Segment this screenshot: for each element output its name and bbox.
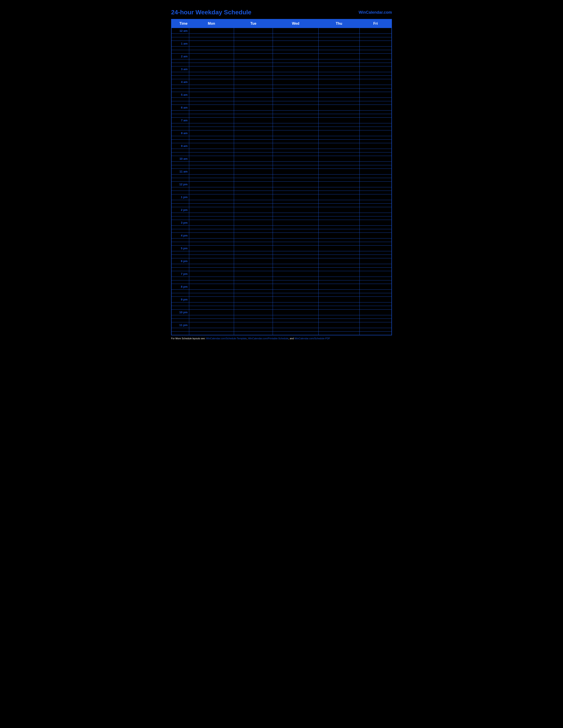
schedule-cell[interactable] (319, 76, 360, 79)
schedule-cell[interactable] (360, 328, 392, 332)
schedule-cell[interactable] (360, 85, 392, 88)
schedule-cell[interactable] (273, 322, 319, 328)
schedule-cell[interactable] (319, 54, 360, 59)
schedule-cell[interactable] (360, 34, 392, 37)
schedule-cell[interactable] (234, 156, 273, 162)
schedule-cell[interactable] (360, 143, 392, 149)
schedule-cell[interactable] (360, 92, 392, 98)
schedule-cell[interactable] (273, 332, 319, 335)
schedule-cell[interactable] (189, 79, 234, 85)
schedule-cell[interactable] (319, 233, 360, 238)
schedule-cell[interactable] (319, 34, 360, 37)
schedule-cell[interactable] (189, 37, 234, 41)
schedule-cell[interactable] (234, 204, 273, 207)
schedule-cell[interactable] (234, 284, 273, 290)
schedule-cell[interactable] (234, 79, 273, 85)
schedule-cell[interactable] (360, 284, 392, 290)
schedule-cell[interactable] (360, 76, 392, 79)
schedule-cell[interactable] (234, 165, 273, 169)
schedule-cell[interactable] (189, 50, 234, 54)
schedule-cell[interactable] (319, 204, 360, 207)
schedule-cell[interactable] (360, 50, 392, 54)
schedule-cell[interactable] (234, 101, 273, 105)
schedule-cell[interactable] (319, 194, 360, 200)
schedule-cell[interactable] (273, 85, 319, 88)
schedule-cell[interactable] (360, 114, 392, 118)
schedule-cell[interactable] (360, 178, 392, 182)
schedule-cell[interactable] (319, 280, 360, 284)
schedule-cell[interactable] (319, 152, 360, 156)
schedule-cell[interactable] (189, 34, 234, 37)
schedule-cell[interactable] (234, 34, 273, 37)
schedule-cell[interactable] (273, 315, 319, 319)
schedule-cell[interactable] (189, 59, 234, 63)
schedule-cell[interactable] (319, 255, 360, 258)
schedule-cell[interactable] (234, 136, 273, 140)
schedule-cell[interactable] (234, 66, 273, 72)
schedule-cell[interactable] (234, 76, 273, 79)
schedule-cell[interactable] (273, 76, 319, 79)
schedule-cell[interactable] (189, 258, 234, 264)
schedule-cell[interactable] (360, 246, 392, 251)
schedule-cell[interactable] (234, 258, 273, 264)
schedule-cell[interactable] (273, 59, 319, 63)
schedule-cell[interactable] (273, 92, 319, 98)
schedule-cell[interactable] (234, 322, 273, 328)
schedule-cell[interactable] (360, 200, 392, 204)
schedule-cell[interactable] (319, 200, 360, 204)
schedule-cell[interactable] (319, 207, 360, 213)
schedule-cell[interactable] (234, 251, 273, 255)
schedule-cell[interactable] (234, 187, 273, 191)
schedule-cell[interactable] (234, 268, 273, 271)
schedule-cell[interactable] (319, 105, 360, 111)
schedule-cell[interactable] (189, 187, 234, 191)
schedule-cell[interactable] (234, 98, 273, 101)
schedule-cell[interactable] (189, 268, 234, 271)
schedule-cell[interactable] (189, 169, 234, 174)
schedule-cell[interactable] (319, 41, 360, 47)
schedule-cell[interactable] (273, 149, 319, 152)
schedule-cell[interactable] (189, 216, 234, 220)
schedule-cell[interactable] (319, 114, 360, 118)
schedule-cell[interactable] (273, 220, 319, 226)
schedule-cell[interactable] (189, 140, 234, 143)
schedule-cell[interactable] (234, 174, 273, 178)
schedule-cell[interactable] (189, 130, 234, 136)
schedule-cell[interactable] (360, 63, 392, 66)
schedule-cell[interactable] (360, 297, 392, 302)
schedule-cell[interactable] (319, 136, 360, 140)
schedule-cell[interactable] (189, 72, 234, 76)
schedule-cell[interactable] (189, 280, 234, 284)
schedule-cell[interactable] (273, 204, 319, 207)
schedule-cell[interactable] (189, 98, 234, 101)
schedule-cell[interactable] (273, 88, 319, 92)
schedule-cell[interactable] (234, 162, 273, 165)
schedule-cell[interactable] (360, 37, 392, 41)
schedule-cell[interactable] (319, 220, 360, 226)
schedule-cell[interactable] (189, 111, 234, 114)
schedule-cell[interactable] (273, 194, 319, 200)
schedule-cell[interactable] (189, 136, 234, 140)
schedule-cell[interactable] (234, 143, 273, 149)
schedule-cell[interactable] (360, 169, 392, 174)
schedule-cell[interactable] (189, 174, 234, 178)
schedule-cell[interactable] (189, 88, 234, 92)
schedule-cell[interactable] (189, 143, 234, 149)
schedule-cell[interactable] (234, 54, 273, 59)
schedule-cell[interactable] (319, 258, 360, 264)
schedule-cell[interactable] (360, 136, 392, 140)
schedule-cell[interactable] (189, 277, 234, 280)
schedule-cell[interactable] (360, 293, 392, 297)
schedule-cell[interactable] (234, 50, 273, 54)
schedule-cell[interactable] (273, 229, 319, 233)
schedule-cell[interactable] (234, 332, 273, 335)
schedule-cell[interactable] (360, 149, 392, 152)
schedule-cell[interactable] (273, 63, 319, 66)
schedule-cell[interactable] (273, 118, 319, 123)
schedule-cell[interactable] (234, 229, 273, 233)
schedule-cell[interactable] (273, 207, 319, 213)
schedule-cell[interactable] (360, 118, 392, 123)
schedule-cell[interactable] (319, 63, 360, 66)
schedule-cell[interactable] (234, 277, 273, 280)
schedule-cell[interactable] (360, 315, 392, 319)
